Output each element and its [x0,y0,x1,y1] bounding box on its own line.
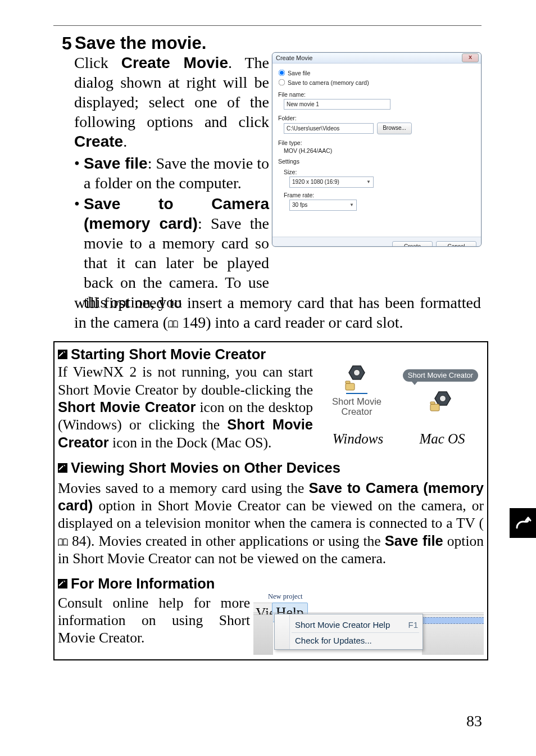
create-button[interactable]: Create [392,241,433,247]
dialog-footer: Create Cancel [272,237,481,247]
info-paragraph-3: Consult online help for more information… [58,594,250,655]
chevron-down-icon: ▼ [366,177,371,187]
frame-rate-value: 30 fps [292,200,307,210]
divider [253,613,484,613]
info-box: Starting Short Movie Creator If ViewNX 2… [53,341,488,660]
svg-rect-2 [346,383,355,390]
text-bold: Short Movie Creator [58,399,196,415]
icons-area: Short Movie Creator Short Movie Creator [317,363,484,447]
svg-point-5 [440,395,446,401]
folder-row: C:\Users\user\Videos Browse... [278,123,475,134]
frame-rate-label: Frame rate: [284,192,475,198]
chevron-down-icon: ▼ [349,200,354,210]
step-number: 5 [62,33,72,54]
svg-point-1 [354,370,360,376]
note-icon [58,579,67,588]
heading-text: For More Information [71,575,215,592]
menu-item-label: Short Movie Creator Help [295,618,390,632]
size-dropdown[interactable]: 1920 x 1080 (16:9) ▼ [289,176,374,188]
settings-label: Settings [278,158,475,165]
page-ref: 149 [182,314,206,331]
connection-icon [515,515,532,532]
step-heading: Save the movie. [75,33,206,53]
browse-button[interactable]: Browse... [377,123,412,134]
text: ) into a card reader or card slot. [206,314,403,331]
bullet-list: Save file: Save the movie to a folder on… [74,153,269,313]
svg-rect-3 [346,381,350,383]
step-body-continued: will first need to insert a memory card … [74,293,481,332]
text: ). Movies created in other applications … [87,533,385,549]
radio-save-camera-row: Save to camera (memory card) [278,79,475,86]
help-menu-screenshot: New project View Help Short Movie Creato… [253,594,484,655]
hm-new-project-text: New project [268,594,302,601]
folder-label: Folder: [278,115,475,121]
text: If ViewNX 2 is not running, you can star… [58,364,313,397]
manual-icon [58,533,68,541]
folder-input[interactable]: C:\Users\user\Videos [284,123,374,134]
help-dropdown-menu: Short Movie Creator Help F1 Check for Up… [274,614,423,650]
short-movie-creator-icon [398,388,483,415]
close-icon[interactable]: x [462,53,479,62]
file-type-label: File type: [278,139,475,146]
menu-item-label: Check for Updates... [295,633,372,648]
radio-save-file-row: Save file [278,69,475,76]
windows-icon-caption: Short Movie Creator [323,397,390,417]
dialog-titlebar: Create Movie x [272,53,481,64]
step-body: Click Create Movie. The dialog shown at … [74,53,269,151]
size-value: 1920 x 1080 (16:9) [292,177,339,187]
text: icon in the Dock (Mac OS). [109,434,272,451]
text-bold: Create [74,133,123,150]
text-bold: Create Movie [121,54,228,71]
svg-rect-7 [430,402,435,404]
page-ref: 84 [72,533,87,549]
dialog-body: Save file Save to camera (memory card) F… [272,64,481,237]
section-tab [510,508,536,538]
info-heading-1: Starting Short Movie Creator [58,346,484,363]
menu-item-updates[interactable]: Check for Updates... [295,633,418,648]
toolbar-bg [253,614,273,655]
radio-save-camera[interactable] [279,79,285,86]
windows-icon-block: Short Movie Creator [323,364,390,417]
os-label-windows: Windows [319,431,397,448]
toolbar-selection [422,617,484,624]
top-rule [53,25,482,26]
file-name-input[interactable]: New movie 1 [284,99,390,110]
bullet-heading: Save file [84,155,148,172]
text: Movies saved to a memory card using the [58,480,308,496]
frame-rate-dropdown[interactable]: 30 fps ▼ [289,200,357,211]
separator [292,632,419,633]
info-paragraph-1: If ViewNX 2 is not running, you can star… [58,363,313,451]
manual-icon [168,313,178,321]
create-movie-dialog: Create Movie x Save file Save to camera … [272,52,482,247]
heading-text: Starting Short Movie Creator [71,346,266,363]
file-name-label: File name: [278,91,475,98]
svg-rect-6 [430,404,439,411]
note-icon [58,350,67,359]
short-movie-creator-icon [323,364,390,396]
bullet-item: Save file: Save the movie to a folder on… [74,153,269,193]
menu-item-shortcut: F1 [408,618,418,632]
radio-save-file[interactable] [279,70,285,76]
size-label: Size: [284,169,475,175]
note-icon [58,463,67,473]
text: . [123,133,127,150]
text: Click [74,54,121,71]
info-heading-2: Viewing Short Movies on Other Devices [58,459,484,477]
radio-label: Save file [288,70,310,76]
menu-item-help[interactable]: Short Movie Creator Help F1 [295,618,418,632]
heading-text: Viewing Short Movies on Other Devices [71,459,340,477]
dialog-title: Create Movie [276,55,312,61]
info-paragraph-2: Movies saved to a memory card using the … [58,479,484,568]
settings-section: Settings Size: 1920 x 1080 (16:9) ▼ Fram… [278,158,475,211]
text-bold: Save file [385,533,443,549]
info-heading-3: For More Information [58,575,484,592]
os-label-mac: Mac OS [408,431,476,448]
menu-gutter [275,614,290,649]
mac-tooltip-bubble: Short Movie Creator [403,369,478,382]
cancel-button[interactable]: Cancel [436,241,476,247]
file-type-value: MOV (H.264/AAC) [284,147,475,154]
mac-icon-block: Short Movie Creator [398,364,483,415]
radio-label: Save to camera (memory card) [288,79,369,86]
page-number: 83 [466,712,482,730]
text: option in Short Movie Creator can be vie… [58,497,484,531]
